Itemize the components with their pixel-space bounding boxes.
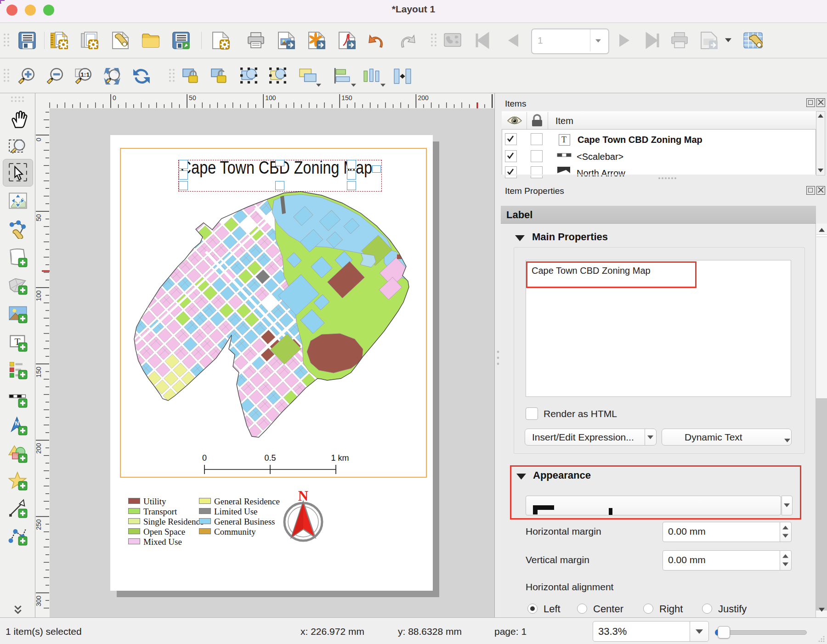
- svg-text:N: N: [298, 488, 308, 504]
- svg-text:0: 0: [202, 454, 207, 463]
- svg-text:50: 50: [35, 214, 42, 221]
- svg-text:100: 100: [265, 94, 276, 102]
- svg-text:0: 0: [35, 138, 42, 141]
- svg-text:200: 200: [35, 443, 42, 454]
- svg-text:300: 300: [35, 595, 42, 606]
- svg-text:150: 150: [35, 367, 42, 378]
- svg-text:50: 50: [189, 94, 196, 102]
- svg-text:0.5: 0.5: [264, 454, 276, 463]
- svg-text:150: 150: [341, 94, 352, 102]
- svg-text:200: 200: [418, 94, 429, 102]
- svg-text:0: 0: [113, 94, 116, 102]
- svg-text:100: 100: [35, 290, 42, 301]
- svg-text:1 km: 1 km: [331, 454, 349, 463]
- svg-text:250: 250: [35, 519, 42, 530]
